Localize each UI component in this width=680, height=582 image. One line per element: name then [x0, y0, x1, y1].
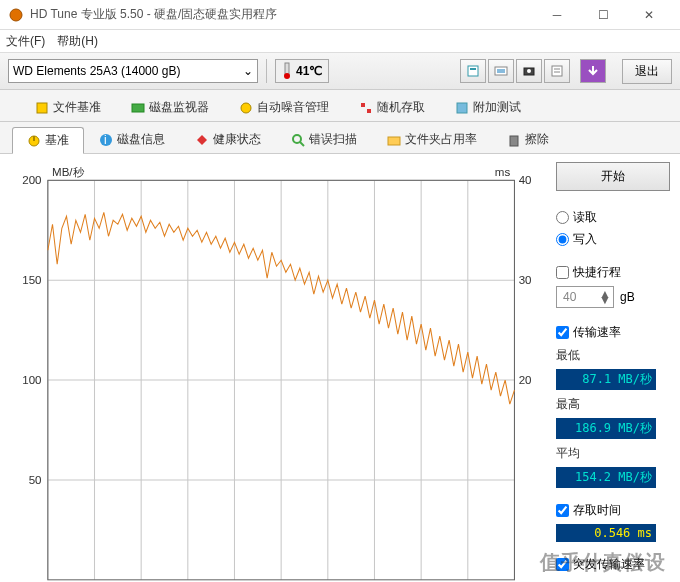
spin-buttons[interactable]: ▲▼ — [599, 291, 611, 303]
svg-rect-17 — [457, 103, 467, 113]
svg-text:i: i — [104, 133, 107, 147]
svg-text:150: 150 — [22, 274, 41, 286]
tab-folder-usage[interactable]: 文件夹占用率 — [372, 126, 492, 153]
svg-rect-24 — [388, 137, 400, 145]
minimize-button[interactable]: ─ — [534, 0, 580, 30]
svg-text:50: 50 — [29, 474, 42, 486]
svg-text:ms: ms — [495, 166, 511, 178]
menu-file[interactable]: 文件(F) — [6, 33, 45, 50]
drive-select-value: WD Elements 25A3 (14000 gB) — [13, 64, 180, 78]
tab-row-2: 基准 i磁盘信息 健康状态 错误扫描 文件夹占用率 擦除 — [0, 122, 680, 154]
burst-rate-check[interactable]: 突发传输速率 — [556, 556, 670, 573]
svg-rect-19 — [33, 136, 35, 141]
svg-rect-3 — [468, 66, 478, 76]
avg-label: 平均 — [556, 445, 670, 462]
svg-text:100: 100 — [22, 374, 41, 386]
options-button[interactable] — [544, 59, 570, 83]
tab-file-benchmark[interactable]: 文件基准 — [20, 94, 116, 121]
svg-rect-9 — [552, 66, 562, 76]
svg-rect-12 — [37, 103, 47, 113]
min-label: 最低 — [556, 347, 670, 364]
svg-text:200: 200 — [22, 175, 41, 187]
benchmark-chart: 50100150200203040MB/秒ms — [10, 162, 546, 582]
close-button[interactable]: ✕ — [626, 0, 672, 30]
svg-text:40: 40 — [519, 175, 532, 187]
tab-row-1: 文件基准 磁盘监视器 自动噪音管理 随机存取 附加测试 — [0, 90, 680, 122]
drive-select[interactable]: WD Elements 25A3 (14000 gB) ⌄ — [8, 59, 258, 83]
access-time-check[interactable]: 存取时间 — [556, 502, 670, 519]
svg-rect-6 — [497, 69, 505, 73]
toolbar: WD Elements 25A3 (14000 gB) ⌄ 41℃ 退出 — [0, 52, 680, 90]
window-controls: ─ ☐ ✕ — [534, 0, 672, 30]
svg-text:30: 30 — [519, 274, 532, 286]
shortstroke-input[interactable]: 40 ▲▼ — [556, 286, 614, 308]
svg-text:MB/秒: MB/秒 — [52, 166, 84, 178]
copy-info-button[interactable] — [460, 59, 486, 83]
temperature-value: 41℃ — [296, 64, 322, 78]
svg-rect-16 — [367, 109, 371, 113]
tab-aam[interactable]: 自动噪音管理 — [224, 94, 344, 121]
app-icon — [8, 7, 24, 23]
tab-error-scan[interactable]: 错误扫描 — [276, 126, 372, 153]
copy-screenshot-button[interactable] — [488, 59, 514, 83]
tab-benchmark[interactable]: 基准 — [12, 127, 84, 154]
write-radio[interactable]: 写入 — [556, 231, 670, 248]
shortstroke-unit: gB — [620, 290, 635, 304]
tab-health[interactable]: 健康状态 — [180, 126, 276, 153]
max-value: 186.9 MB/秒 — [556, 418, 656, 439]
svg-point-22 — [293, 135, 301, 143]
menu-help[interactable]: 帮助(H) — [57, 33, 98, 50]
tab-random-access[interactable]: 随机存取 — [344, 94, 440, 121]
transfer-rate-check[interactable]: 传输速率 — [556, 324, 670, 341]
min-value: 87.1 MB/秒 — [556, 369, 656, 390]
window-title: HD Tune 专业版 5.50 - 硬盘/固态硬盘实用程序 — [30, 6, 534, 23]
toolbar-icons — [460, 59, 606, 83]
svg-point-14 — [241, 103, 251, 113]
tab-disk-monitor[interactable]: 磁盘监视器 — [116, 94, 224, 121]
exit-button[interactable]: 退出 — [622, 59, 672, 84]
toolbar-divider — [266, 59, 267, 83]
max-label: 最高 — [556, 396, 670, 413]
chevron-down-icon: ⌄ — [243, 64, 253, 78]
svg-point-0 — [10, 9, 22, 21]
svg-rect-4 — [470, 68, 476, 70]
save-button[interactable] — [580, 59, 606, 83]
tab-erase[interactable]: 擦除 — [492, 126, 564, 153]
thermometer-icon — [282, 62, 292, 80]
temperature-display: 41℃ — [275, 59, 329, 83]
svg-text:20: 20 — [519, 374, 532, 386]
svg-line-23 — [300, 142, 304, 146]
titlebar: HD Tune 专业版 5.50 - 硬盘/固态硬盘实用程序 ─ ☐ ✕ — [0, 0, 680, 30]
access-value: 0.546 ms — [556, 524, 656, 542]
maximize-button[interactable]: ☐ — [580, 0, 626, 30]
shortstroke-check[interactable]: 快捷行程 — [556, 264, 670, 281]
tab-extra-tests[interactable]: 附加测试 — [440, 94, 536, 121]
menubar: 文件(F) 帮助(H) — [0, 30, 680, 52]
avg-value: 154.2 MB/秒 — [556, 467, 656, 488]
read-radio[interactable]: 读取 — [556, 209, 670, 226]
save-screenshot-button[interactable] — [516, 59, 542, 83]
main-content: 50100150200203040MB/秒ms 开始 读取 写入 快捷行程 40… — [0, 154, 680, 582]
chart-area: 50100150200203040MB/秒ms — [10, 162, 546, 582]
svg-rect-25 — [510, 136, 518, 146]
svg-point-8 — [527, 69, 531, 73]
svg-point-2 — [284, 73, 290, 79]
svg-rect-15 — [361, 103, 365, 107]
svg-rect-13 — [132, 104, 144, 112]
start-button[interactable]: 开始 — [556, 162, 670, 191]
side-panel: 开始 读取 写入 快捷行程 40 ▲▼ gB 传输速率 最低 87.1 MB/秒… — [546, 162, 670, 582]
tab-info[interactable]: i磁盘信息 — [84, 126, 180, 153]
